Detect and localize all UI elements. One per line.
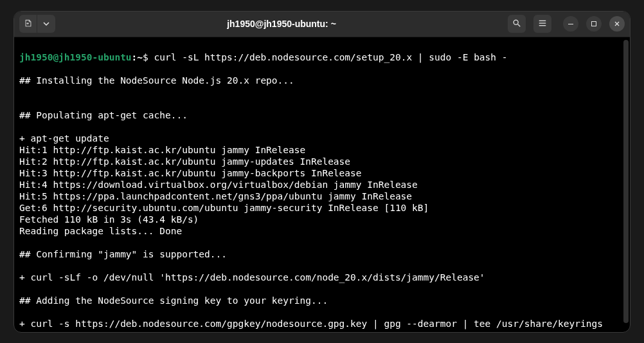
svg-rect-5 [539, 23, 546, 23]
terminal-content[interactable]: jh1950@jh1950-ubuntu:~$ curl -sL https:/… [14, 37, 630, 332]
output-line: + curl -sLf -o /dev/null 'https://deb.no… [19, 272, 485, 283]
search-icon [512, 19, 521, 30]
maximize-icon [591, 19, 597, 29]
svg-rect-8 [592, 21, 596, 26]
prompt-symbol: $ [143, 52, 148, 62]
maximize-button[interactable] [586, 16, 602, 32]
new-tab-button[interactable] [19, 15, 37, 33]
output-line: + apt-get update [19, 133, 109, 144]
svg-rect-1 [27, 22, 28, 24]
output-line: Fetched 110 kB in 3s (43.4 kB/s) [19, 214, 199, 225]
close-icon [614, 19, 620, 29]
svg-line-3 [518, 24, 521, 26]
output-line: ## Confirming "jammy" is supported... [19, 249, 227, 259]
command-text: curl -sL https://deb.nodesource.com/setu… [154, 52, 508, 62]
titlebar: jh1950@jh1950-ubuntu: ~ [14, 12, 630, 37]
minimize-icon [568, 19, 574, 29]
output-line: ## Adding the NodeSource signing key to … [19, 295, 328, 306]
output-line: Hit:4 https://download.virtualbox.org/vi… [19, 180, 418, 190]
output-line: Hit:5 https://ppa.launchpadcontent.net/g… [19, 191, 412, 201]
prompt-user-host: jh1950@jh1950-ubuntu [19, 52, 132, 62]
menu-button[interactable] [533, 15, 551, 33]
output-line: Hit:1 http://ftp.kaist.ac.kr/ubuntu jamm… [19, 145, 305, 155]
window-title: jh1950@jh1950-ubuntu: ~ [58, 19, 505, 29]
minimize-button[interactable] [563, 16, 578, 32]
svg-point-2 [514, 20, 518, 24]
output-line: Get:6 http://security.ubuntu.com/ubuntu … [19, 203, 429, 213]
new-tab-icon [24, 19, 33, 30]
scrollbar[interactable] [623, 40, 629, 323]
tab-dropdown-button[interactable] [37, 15, 55, 33]
output-line: Hit:3 http://ftp.kaist.ac.kr/ubuntu jamm… [19, 168, 362, 178]
prompt-path: ~ [137, 52, 143, 62]
close-button[interactable] [609, 16, 625, 32]
output-line: + curl -s https://deb.nodesource.com/gpg… [19, 319, 603, 329]
svg-rect-7 [568, 24, 573, 24]
svg-rect-6 [539, 25, 546, 26]
titlebar-right [508, 15, 625, 33]
output-line: ## Installing the NodeSource Node.js 20.… [19, 75, 294, 86]
terminal-window: jh1950@jh1950-ubuntu: ~ [13, 11, 631, 333]
output-line: ## Populating apt-get cache... [19, 110, 188, 120]
search-button[interactable] [508, 15, 526, 33]
output-line: Reading package lists... Done [19, 226, 182, 236]
chevron-down-icon [43, 19, 49, 29]
titlebar-left [19, 15, 55, 33]
output-line: Hit:2 http://ftp.kaist.ac.kr/ubuntu jamm… [19, 156, 350, 167]
hamburger-icon [538, 19, 547, 30]
window-controls [563, 16, 625, 32]
svg-rect-4 [539, 20, 546, 21]
